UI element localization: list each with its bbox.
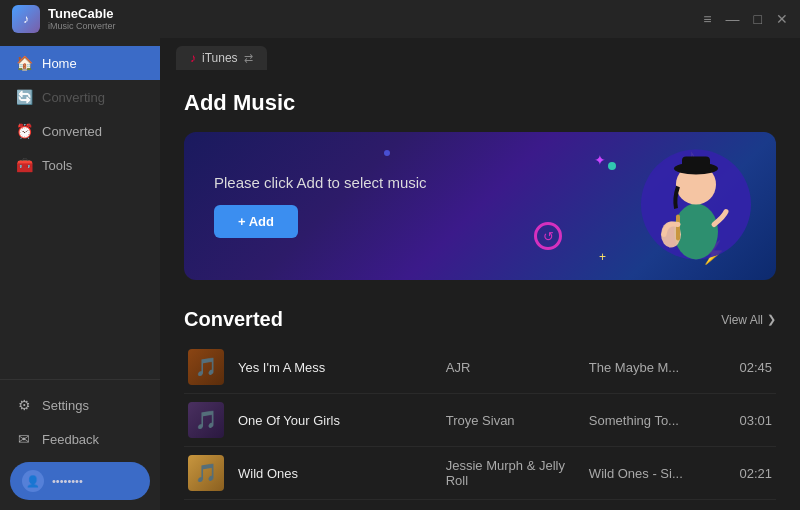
sidebar-item-converted[interactable]: ⏰ Converted (0, 114, 160, 148)
converted-section: Converted View All ❯ 🎵 Yes I'm A Mess AJ… (184, 308, 776, 500)
tab-bar: ♪ iTunes ⇄ (160, 38, 800, 70)
track-name-3: Wild Ones (238, 466, 432, 481)
converted-title: Converted (184, 308, 283, 331)
main-content-area: ♪ iTunes ⇄ Add Music ↺ ♪ ⚡ ✦ + (160, 38, 800, 510)
converted-header: Converted View All ❯ (184, 308, 776, 331)
track-album-3: Wild Ones - Si... (589, 466, 718, 481)
window-controls: ≡ — □ ✕ (703, 12, 788, 26)
track-thumbnail-1: 🎵 (188, 349, 224, 385)
avatar-icon: 👤 (26, 475, 40, 488)
track-name-1: Yes I'm A Mess (238, 360, 432, 375)
tab-settings-icon: ⇄ (244, 52, 253, 65)
track-artist-1: AJR (446, 360, 575, 375)
thumb-icon-2: 🎵 (188, 402, 224, 438)
menu-button[interactable]: ≡ (703, 12, 711, 26)
converted-icon: ⏰ (16, 123, 32, 139)
svg-rect-4 (682, 157, 710, 172)
user-profile[interactable]: 👤 •••••••• (10, 462, 150, 500)
tools-icon: 🧰 (16, 157, 32, 173)
track-list: 🎵 Yes I'm A Mess AJR The Maybe M... 02:4… (184, 341, 776, 500)
track-thumbnail-2: 🎵 (188, 402, 224, 438)
user-avatar: 👤 (22, 470, 44, 492)
page-content: Add Music ↺ ♪ ⚡ ✦ + Please click Add to … (160, 70, 800, 510)
converting-icon: 🔄 (16, 89, 32, 105)
sidebar-label-home: Home (42, 56, 77, 71)
track-duration-3: 02:21 (732, 466, 772, 481)
view-all-label: View All (721, 313, 763, 327)
track-album-2: Something To... (589, 413, 718, 428)
banner-text: Please click Add to select music (214, 174, 427, 191)
girl-svg (616, 137, 756, 272)
svg-rect-6 (676, 215, 680, 241)
sidebar-item-home[interactable]: 🏠 Home (0, 46, 160, 80)
titlebar: ♪ TuneCable iMusic Converter ≡ — □ ✕ (0, 0, 800, 38)
itunes-icon: ♪ (190, 51, 196, 65)
feedback-icon: ✉ (16, 431, 32, 447)
deco-star-1: ✦ (594, 152, 606, 168)
main-layout: 🏠 Home 🔄 Converting ⏰ Converted 🧰 Tools … (0, 38, 800, 510)
tab-label-itunes: iTunes (202, 51, 238, 65)
tab-itunes[interactable]: ♪ iTunes ⇄ (176, 46, 267, 70)
view-all-button[interactable]: View All ❯ (721, 313, 776, 327)
track-artist-3: Jessie Murph & Jelly Roll (446, 458, 575, 488)
deco-plus: + (599, 250, 606, 264)
sidebar-item-converting: 🔄 Converting (0, 80, 160, 114)
sidebar-label-converting: Converting (42, 90, 105, 105)
banner-left: Please click Add to select music + Add (214, 174, 427, 238)
sidebar-item-settings[interactable]: ⚙ Settings (0, 388, 160, 422)
close-button[interactable]: ✕ (776, 12, 788, 26)
track-thumbnail-3: 🎵 (188, 455, 224, 491)
thumb-icon-3: 🎵 (188, 455, 224, 491)
app-logo-icon: ♪ (23, 12, 29, 26)
sidebar-nav: 🏠 Home 🔄 Converting ⏰ Converted 🧰 Tools (0, 38, 160, 379)
thumb-icon-1: 🎵 (188, 349, 224, 385)
deco-dot-1 (384, 150, 390, 156)
settings-icon: ⚙ (16, 397, 32, 413)
banner-illustration (616, 137, 756, 276)
app-branding: ♪ TuneCable iMusic Converter (12, 5, 116, 33)
minimize-button[interactable]: — (726, 12, 740, 26)
track-name-2: One Of Your Girls (238, 413, 432, 428)
track-duration-1: 02:45 (732, 360, 772, 375)
app-logo: ♪ (12, 5, 40, 33)
sidebar-label-settings: Settings (42, 398, 89, 413)
table-row[interactable]: 🎵 One Of Your Girls Troye Sivan Somethin… (184, 394, 776, 447)
home-icon: 🏠 (16, 55, 32, 71)
app-name-block: TuneCable iMusic Converter (48, 7, 116, 30)
sidebar-bottom: ⚙ Settings ✉ Feedback 👤 •••••••• (0, 379, 160, 510)
sidebar-item-feedback[interactable]: ✉ Feedback (0, 422, 160, 456)
sidebar-label-converted: Converted (42, 124, 102, 139)
deco-dot-2 (608, 162, 616, 170)
table-row[interactable]: 🎵 Wild Ones Jessie Murph & Jelly Roll Wi… (184, 447, 776, 500)
app-name: TuneCable (48, 7, 116, 21)
track-album-1: The Maybe M... (589, 360, 718, 375)
add-music-button[interactable]: + Add (214, 205, 298, 238)
app-subtitle: iMusic Converter (48, 22, 116, 31)
sidebar-label-tools: Tools (42, 158, 72, 173)
track-duration-2: 03:01 (732, 413, 772, 428)
sidebar: 🏠 Home 🔄 Converting ⏰ Converted 🧰 Tools … (0, 38, 160, 510)
track-artist-2: Troye Sivan (446, 413, 575, 428)
add-music-banner: ↺ ♪ ⚡ ✦ + Please click Add to select mus… (184, 132, 776, 280)
page-title: Add Music (184, 90, 776, 116)
deco-circle-refresh: ↺ (534, 222, 562, 250)
username-label: •••••••• (52, 475, 83, 487)
sidebar-label-feedback: Feedback (42, 432, 99, 447)
table-row[interactable]: 🎵 Yes I'm A Mess AJR The Maybe M... 02:4… (184, 341, 776, 394)
restore-button[interactable]: □ (754, 12, 762, 26)
sidebar-item-tools[interactable]: 🧰 Tools (0, 148, 160, 182)
chevron-right-icon: ❯ (767, 313, 776, 326)
